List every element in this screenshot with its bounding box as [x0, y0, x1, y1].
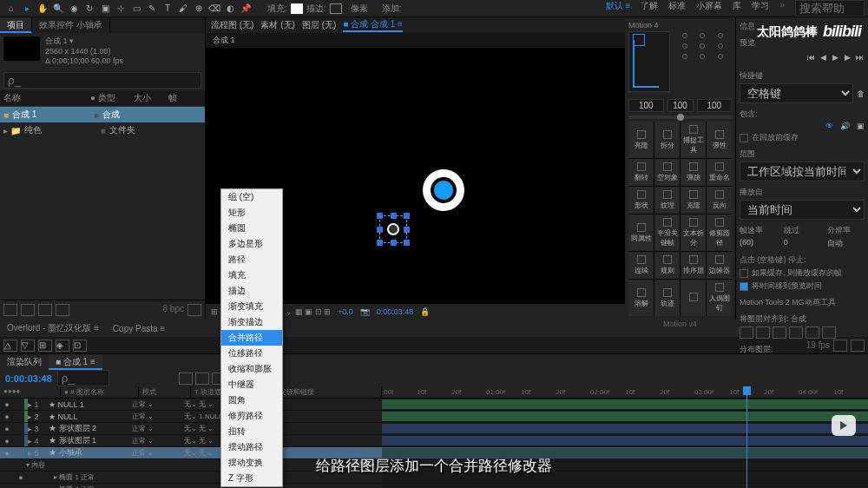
btn-rule[interactable]: 规则: [654, 252, 680, 279]
project-search[interactable]: [3, 72, 201, 89]
tool-r2[interactable]: [851, 340, 865, 352]
bin-icon[interactable]: [21, 304, 35, 316]
interpret-icon[interactable]: [3, 304, 17, 316]
comp-timeline-tab[interactable]: ■ 合成 1 ≡: [49, 354, 102, 370]
col-fr[interactable]: 帧: [168, 92, 177, 104]
btn-smooth[interactable]: 平滑关键帧: [654, 214, 680, 251]
layer-row[interactable]: ●▸ 4★ 形状图层 1正常 ⌄无⌄ 无 ⌄⊙ 2.NULL ⌄: [0, 435, 382, 447]
time-ruler[interactable]: :00f10f20f01:00f10f20f02:00f10f20f03:00f…: [382, 386, 868, 399]
copypasta-tab[interactable]: Copy Pasta ≡: [106, 322, 172, 335]
col-layername[interactable]: ● # 图层名称: [61, 386, 139, 398]
text-tool[interactable]: T: [160, 1, 175, 16]
pen-tool[interactable]: ✎: [144, 1, 160, 16]
ease-in[interactable]: 100: [628, 99, 664, 112]
prev-frame-icon[interactable]: ◀: [819, 53, 828, 63]
ctx-item-5[interactable]: 填充: [221, 267, 282, 283]
align-vcenter-icon[interactable]: [806, 326, 819, 339]
btn-shape[interactable]: 形状: [628, 187, 654, 214]
btn-elastic[interactable]: 弹性: [707, 122, 732, 158]
align-left-icon[interactable]: [740, 326, 753, 339]
selection-tool[interactable]: ▸: [19, 1, 35, 16]
vt-comp[interactable]: ■ 合成 合成 1 ≡: [343, 18, 403, 32]
col-mode[interactable]: 模式: [139, 386, 191, 398]
btn-trim[interactable]: 修剪路径: [707, 214, 732, 251]
help-search[interactable]: [795, 0, 865, 16]
btn-blank[interactable]: [681, 280, 706, 316]
col-type[interactable]: ● 类型: [90, 92, 134, 104]
btn-bounce[interactable]: 弹跳: [681, 159, 706, 186]
orbit-tool[interactable]: ◉: [66, 1, 82, 16]
btn-snap[interactable]: 捕捉工具: [681, 122, 706, 158]
shortcut-select[interactable]: 空格键: [740, 83, 853, 103]
pin-tool[interactable]: 📌: [238, 1, 253, 16]
btn-text[interactable]: 文本拆分: [681, 214, 706, 251]
timeline-search[interactable]: [57, 370, 109, 386]
ctx-item-16[interactable]: 摆动路径: [221, 439, 282, 455]
rotate-tool[interactable]: ↻: [82, 1, 97, 16]
ctx-item-13[interactable]: 圆角: [221, 392, 282, 408]
ease-mid[interactable]: 100: [667, 99, 694, 112]
align-top-icon[interactable]: [789, 326, 803, 339]
playhead[interactable]: [746, 386, 747, 488]
ws-default[interactable]: 默认 ≡: [606, 0, 631, 16]
chk-movetime[interactable]: [740, 282, 748, 291]
layer-row[interactable]: ●▸ 1★ NULL 1正常 ⌄无⌄ 无 ⌄⊙ 无 ⌄: [0, 399, 382, 411]
tl-icon-2[interactable]: [195, 373, 209, 385]
tool-r1[interactable]: [833, 340, 847, 352]
motion-curve[interactable]: [628, 31, 670, 92]
vt-flow[interactable]: 流程图 (无): [211, 19, 253, 31]
new-comp-icon[interactable]: [38, 304, 52, 316]
next-frame-icon[interactable]: ▶: [843, 53, 852, 63]
btn-cont[interactable]: 连续: [628, 252, 654, 279]
stamp-tool[interactable]: ⊕: [191, 1, 207, 16]
eraser-tool[interactable]: ⌫: [207, 1, 222, 16]
layer-row[interactable]: ●▸ 3★ 形状图层 2正常 ⌄无⌄ 无 ⌄⊙ 2.NULL ⌄: [0, 423, 382, 435]
last-frame-icon[interactable]: ⏭: [855, 53, 865, 63]
ctx-item-10[interactable]: 位移路径: [221, 346, 282, 361]
home-icon[interactable]: ⌂: [3, 1, 19, 16]
align-right-icon[interactable]: [773, 326, 786, 339]
current-time[interactable]: 0:00:03:48: [0, 373, 57, 384]
fill-swatch[interactable]: [291, 3, 303, 14]
comp-thumbnail[interactable]: [3, 36, 40, 61]
btn-edge[interactable]: 边缘器: [707, 252, 732, 279]
ws-standard[interactable]: 标准: [668, 0, 686, 16]
btn-texture[interactable]: 纹理: [654, 187, 680, 214]
layer-row[interactable]: ●▸ 2★ NULL正常 ⌄无⌄ 1.NULL 1 ⌄⊙ 无 ⌄: [0, 411, 382, 423]
ease-slider[interactable]: [628, 115, 732, 119]
video-icon[interactable]: 👁: [825, 122, 833, 130]
project-item-comp[interactable]: ■ 合成 1 ■ 合成: [0, 107, 205, 122]
vt-layer[interactable]: 图层 (无): [302, 19, 336, 31]
tool-3[interactable]: ⊞: [38, 340, 52, 352]
new-folder-icon[interactable]: [56, 304, 69, 316]
ctx-item-18[interactable]: Z 字形: [221, 471, 282, 486]
ctx-item-17[interactable]: 摆动变换: [221, 455, 282, 471]
effects-tab[interactable]: 效果控件 小轴承: [32, 17, 110, 33]
ctx-item-1[interactable]: 矩形: [221, 205, 282, 221]
res-value[interactable]: 自动: [827, 238, 865, 249]
rect-tool[interactable]: ▭: [128, 1, 144, 16]
ws-learn[interactable]: 了解: [641, 0, 658, 16]
first-frame-icon[interactable]: ⏮: [806, 53, 816, 63]
ctx-item-7[interactable]: 渐变填充: [221, 299, 282, 314]
btn-clone[interactable]: 亮隆: [628, 122, 654, 158]
cache-checkbox[interactable]: [740, 134, 748, 142]
roto-tool[interactable]: ◐: [222, 1, 238, 16]
exposure[interactable]: +0.0: [338, 307, 353, 316]
zoom-tool[interactable]: 🔍: [50, 1, 66, 16]
tl-icon-1[interactable]: [179, 373, 193, 385]
play-icon[interactable]: ▶: [831, 53, 840, 63]
btn-null[interactable]: 空对象: [654, 159, 680, 186]
vt-footage[interactable]: 素材 (无): [260, 19, 294, 31]
trash-icon[interactable]: 🗑: [857, 89, 865, 98]
range-select[interactable]: 工作区域按当前时间延伸: [740, 162, 865, 181]
ctx-item-9[interactable]: 合并路径: [221, 330, 282, 346]
overlay-icon[interactable]: ▣: [857, 122, 865, 130]
ctx-item-2[interactable]: 椭圆: [221, 221, 282, 236]
col-size[interactable]: 大小: [134, 92, 168, 104]
btn-puppet[interactable]: 人偶图钉: [707, 280, 732, 316]
ctx-item-4[interactable]: 路径: [221, 252, 282, 267]
anchor-tool[interactable]: ⊹: [113, 1, 128, 16]
ctx-item-12[interactable]: 中继器: [221, 377, 282, 392]
tool-4[interactable]: ◈: [56, 340, 69, 352]
